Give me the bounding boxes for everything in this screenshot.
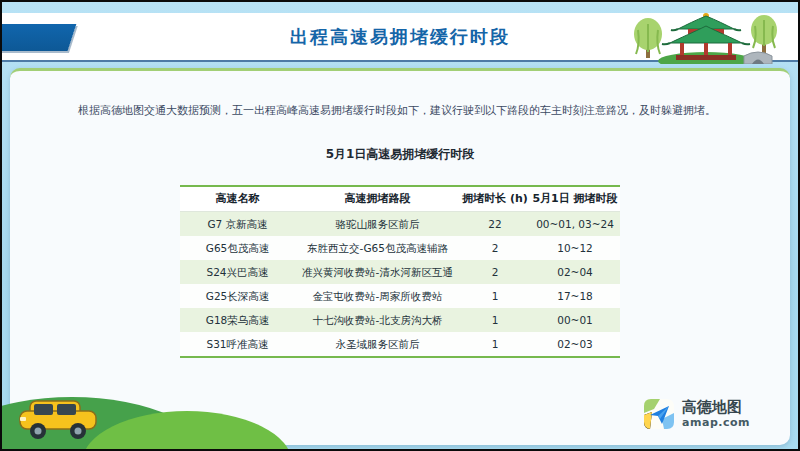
header-cell-segment: 高速拥堵路段 <box>295 187 460 211</box>
cell-highway: S31呼准高速 <box>180 332 295 356</box>
table-row: G25长深高速 金宝屯收费站-周家所收费站 1 17~18 <box>180 284 620 308</box>
cell-highway: G25长深高速 <box>180 284 295 308</box>
brand-domain: amap.com <box>682 416 750 429</box>
cell-segment: 准兴黄河收费站-清水河新区互通 <box>295 260 460 284</box>
cell-period: 00~01, 03~24 <box>530 212 620 236</box>
congestion-table: 高速名称 高速拥堵路段 拥堵时长 (h) 5月1日 拥堵时段 G7 京新高速 骆… <box>180 185 620 358</box>
table-title: 5月1日高速易拥堵缓行时段 <box>10 146 790 163</box>
header-cell-duration: 拥堵时长 (h) <box>460 187 530 211</box>
cell-segment: 金宝屯收费站-周家所收费站 <box>295 284 460 308</box>
cell-segment: 永圣域服务区前后 <box>295 332 460 356</box>
ribbon-decoration <box>0 24 76 51</box>
table-row: G7 京新高速 骆驼山服务区前后 22 00~01, 03~24 <box>180 212 620 236</box>
cell-duration: 2 <box>460 236 530 260</box>
cell-highway: G65包茂高速 <box>180 236 295 260</box>
cell-segment: 十七沟收费站-北支房沟大桥 <box>295 308 460 332</box>
cell-duration: 2 <box>460 260 530 284</box>
cell-period: 02~04 <box>530 260 620 284</box>
map-app-icon <box>644 399 674 429</box>
cell-period: 17~18 <box>530 284 620 308</box>
table-row: G65包茂高速 东胜西立交-G65包茂高速辅路 2 10~12 <box>180 236 620 260</box>
cell-highway: S24兴巴高速 <box>180 260 295 284</box>
brand-name: 高德地图 <box>682 399 750 416</box>
pavilion-icon <box>624 12 794 64</box>
table-row: G18荣乌高速 十七沟收费站-北支房沟大桥 1 00~01 <box>180 308 620 332</box>
cell-duration: 1 <box>460 284 530 308</box>
cell-segment: 骆驼山服务区前后 <box>295 212 460 236</box>
page-title: 出程高速易拥堵缓行时段 <box>290 25 510 49</box>
cell-duration: 22 <box>460 212 530 236</box>
cell-highway: G7 京新高速 <box>180 212 295 236</box>
table-row: S31呼准高速 永圣域服务区前后 1 02~03 <box>180 332 620 356</box>
intro-text: 根据高德地图交通大数据预测，五一出程高峰高速易拥堵缓行时段如下，建议行驶到以下路… <box>78 103 722 120</box>
cell-highway: G18荣乌高速 <box>180 308 295 332</box>
header-cell-highway: 高速名称 <box>180 187 295 211</box>
cell-duration: 1 <box>460 308 530 332</box>
cell-segment: 东胜西立交-G65包茂高速辅路 <box>295 236 460 260</box>
header-cell-period: 5月1日 拥堵时段 <box>530 187 620 211</box>
cell-period: 00~01 <box>530 308 620 332</box>
cell-period: 02~03 <box>530 332 620 356</box>
sky-strip <box>2 441 798 449</box>
table-header-row: 高速名称 高速拥堵路段 拥堵时长 (h) 5月1日 拥堵时段 <box>180 187 620 212</box>
infographic-frame: 出程高速易拥堵缓行时段 <box>0 0 800 451</box>
content-panel: 根据高德地图交通大数据预测，五一出程高峰高速易拥堵缓行时段如下，建议行驶到以下路… <box>10 68 790 445</box>
cell-duration: 1 <box>460 332 530 356</box>
table-row: S24兴巴高速 准兴黄河收费站-清水河新区互通 2 02~04 <box>180 260 620 284</box>
cell-period: 10~12 <box>530 236 620 260</box>
amap-logo: 高德地图 amap.com <box>644 399 750 429</box>
car-icon <box>14 393 106 445</box>
